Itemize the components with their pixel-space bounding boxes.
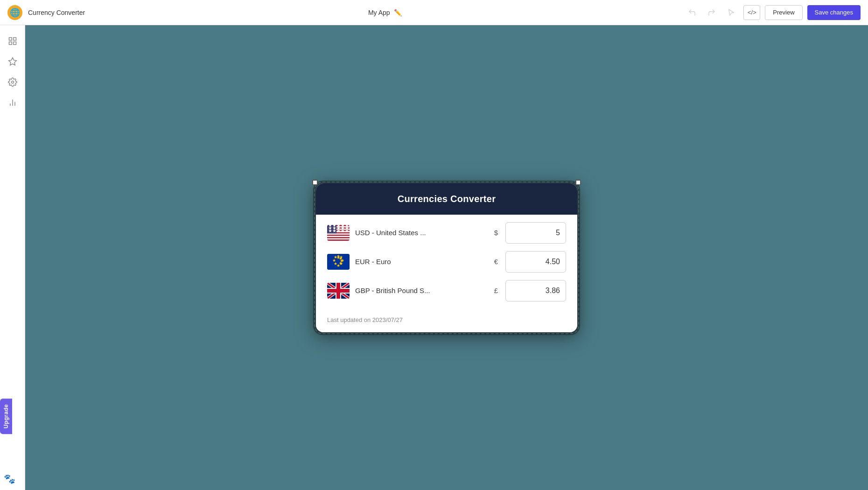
svg-rect-14 <box>327 238 350 239</box>
widget-footer: Last updated on 2023/07/27 <box>316 311 577 332</box>
currency-input-usd[interactable] <box>505 222 566 244</box>
svg-text:★★★★★★: ★★★★★★ <box>328 225 350 228</box>
currency-row-usd: ★★★★★★ ★★★★★ ★★★★★★ USD - United States … <box>327 222 566 244</box>
flag-usd: ★★★★★★ ★★★★★ ★★★★★★ <box>327 225 350 241</box>
code-button[interactable]: </> <box>743 5 760 20</box>
sidebar-item-chart[interactable] <box>4 94 21 111</box>
topbar-actions: </> Preview Save changes <box>685 5 861 20</box>
svg-rect-12 <box>327 233 350 235</box>
preview-button[interactable]: Preview <box>765 5 802 20</box>
sidebar-item-settings[interactable] <box>4 74 21 91</box>
upgrade-label: Upgrade <box>3 404 9 428</box>
logo-emoji: 🌐 <box>10 7 20 18</box>
widget-header: Currencies Converter <box>316 183 577 215</box>
svg-rect-2 <box>9 42 12 45</box>
svg-point-4 <box>11 81 14 84</box>
widget-body: ★★★★★★ ★★★★★ ★★★★★★ USD - United States … <box>316 215 577 311</box>
currency-symbol-gbp: £ <box>492 287 500 294</box>
cursor-button[interactable] <box>724 5 739 20</box>
currency-converter-widget: Currencies Converter <box>316 183 577 332</box>
svg-rect-13 <box>327 236 350 237</box>
svg-text:★: ★ <box>339 261 343 266</box>
resize-handle-tr[interactable] <box>575 180 581 185</box>
currency-row-gbp: GBP - British Pound S... £ <box>327 280 566 301</box>
preview-label: Preview <box>773 9 794 16</box>
widget-container: Currencies Converter <box>313 181 580 335</box>
save-changes-button[interactable]: Save changes <box>807 5 861 20</box>
flag-eur: ★ ★ ★ ★ ★ ★ ★ ★ ★ ★ <box>327 254 350 270</box>
sidebar-item-grid[interactable] <box>4 33 21 49</box>
svg-rect-3 <box>13 42 16 45</box>
app-name-label: My App <box>368 9 390 16</box>
bottom-left-brand-icon: 🐾 <box>4 473 15 484</box>
topbar: 🌐 Currency Converter My App ✏️ </> Previ… <box>0 0 868 25</box>
currency-label-gbp: GBP - British Pound S... <box>355 287 487 294</box>
upgrade-tab[interactable]: Upgrade <box>0 399 12 434</box>
last-updated-label: Last updated on 2023/07/27 <box>327 316 403 323</box>
code-label: </> <box>748 9 756 16</box>
main-layout: Currencies Converter <box>0 25 868 490</box>
currency-input-gbp[interactable] <box>505 280 566 301</box>
currency-symbol-eur: € <box>492 258 500 266</box>
resize-handle-tl[interactable] <box>312 180 318 185</box>
currency-symbol-usd: $ <box>492 229 500 237</box>
svg-rect-40 <box>327 289 350 293</box>
svg-rect-0 <box>9 38 12 41</box>
topbar-title: Currency Converter <box>28 9 85 16</box>
redo-button[interactable] <box>704 5 719 20</box>
sidebar-item-pin[interactable] <box>4 53 21 70</box>
currency-input-eur[interactable] <box>505 251 566 273</box>
canvas-area: Currencies Converter <box>25 25 868 490</box>
save-label: Save changes <box>815 9 853 16</box>
svg-rect-1 <box>13 38 16 41</box>
currency-row-eur: ★ ★ ★ ★ ★ ★ ★ ★ ★ ★ <box>327 251 566 273</box>
undo-button[interactable] <box>685 5 700 20</box>
topbar-center: My App ✏️ <box>91 9 679 16</box>
flag-gbp <box>327 283 350 299</box>
edit-app-name-icon[interactable]: ✏️ <box>394 9 402 16</box>
widget-title: Currencies Converter <box>398 194 496 204</box>
app-logo: 🌐 <box>7 5 22 20</box>
currency-label-usd: USD - United States ... <box>355 229 487 237</box>
currency-label-eur: EUR - Euro <box>355 258 487 266</box>
